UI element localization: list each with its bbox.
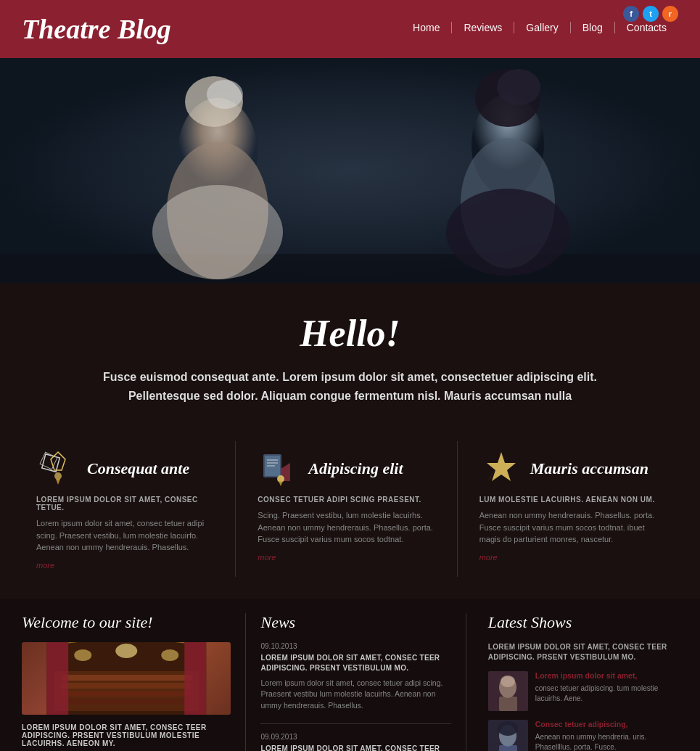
col-news: News 09.10.2013 LOREM IPSUM DOLOR SIT AM… bbox=[245, 613, 466, 751]
nav-gallery[interactable]: Gallery bbox=[514, 22, 570, 33]
feature-1-text: Lorem ipsum dolor sit amet, consec tetue… bbox=[36, 517, 221, 554]
feature-3-title: Mauris accumsan bbox=[530, 459, 648, 478]
main-nav: Home Reviews Gallery Blog Contacts bbox=[401, 22, 678, 33]
show-2-desc: Aenean non ummy hendreria. uris. Phasell… bbox=[535, 732, 678, 751]
star-icon bbox=[479, 448, 519, 488]
three-cols-section: Welcome to our site! bbox=[0, 599, 700, 751]
facebook-icon[interactable]: f bbox=[623, 6, 639, 22]
svg-point-36 bbox=[161, 649, 178, 661]
show-1-name: Lorem ipsum dolor sit amet, bbox=[535, 671, 678, 681]
news-item-1: 09.10.2013 LOREM IPSUM DOLOR SIT AMET, C… bbox=[260, 642, 450, 712]
svg-rect-1 bbox=[0, 58, 700, 283]
hero-banner bbox=[0, 58, 700, 283]
feature-3: Mauris accumsan LUM MOLESTIE LACUIRHS. A… bbox=[465, 441, 678, 577]
col-welcome-content-title: LOREM IPSUM DOLOR SIT AMET, CONSEC TEER … bbox=[22, 723, 231, 747]
svg-marker-26 bbox=[487, 452, 516, 481]
col-news-title: News bbox=[260, 613, 450, 632]
show-1-thumb bbox=[488, 671, 528, 711]
header-right: f t r Home Reviews Gallery Blog Contacts bbox=[401, 7, 678, 51]
header: Theatre Blog f t r Home Reviews Gallery … bbox=[0, 0, 700, 58]
rss-icon[interactable]: r bbox=[662, 6, 678, 22]
book-icon bbox=[258, 448, 297, 488]
show-2-info: Consec tetuer adipiscing, Aenean non umm… bbox=[535, 720, 678, 751]
svg-marker-15 bbox=[51, 452, 65, 470]
feature-2-text: Scing. Praesent vestibu, lum molestie la… bbox=[258, 509, 442, 546]
svg-rect-32 bbox=[61, 691, 192, 697]
feature-1: Consequat ante LOREM IPSUM DOLOR SIT AME… bbox=[22, 441, 236, 577]
svg-rect-37 bbox=[46, 642, 68, 715]
col-welcome: Welcome to our site! bbox=[22, 613, 231, 751]
feature-1-more[interactable]: more bbox=[36, 561, 221, 570]
hello-heading: Hello! bbox=[58, 312, 642, 355]
news-1-text: Lorem ipsum dolor sit amet, consec tetue… bbox=[260, 678, 450, 712]
welcome-text: Fusce euismod consequat ante. Lorem ipsu… bbox=[96, 368, 604, 405]
feature-1-title: Consequat ante bbox=[87, 459, 189, 478]
svg-rect-2 bbox=[0, 254, 700, 283]
news-divider bbox=[260, 723, 450, 724]
svg-point-5 bbox=[207, 80, 243, 109]
news-1-date: 09.10.2013 bbox=[260, 642, 450, 650]
svg-marker-25 bbox=[279, 481, 283, 486]
svg-rect-33 bbox=[61, 699, 192, 705]
news-2-title: LOREM IPSUM DOLOR SIT AMET, CONSEC TEER … bbox=[260, 744, 450, 751]
show-item-2: Consec tetuer adipiscing, Aenean non umm… bbox=[488, 720, 678, 751]
site-title: Theatre Blog bbox=[22, 13, 171, 45]
feature-2-title: Adipiscing elit bbox=[308, 459, 403, 478]
feature-2-header: Adipiscing elit bbox=[258, 448, 442, 488]
news-1-title: LOREM IPSUM DOLOR SIT AMET, CONSEC TEER … bbox=[260, 653, 450, 673]
col-shows: Latest Shows LOREM IPSUM DOLOR SIT AMET,… bbox=[481, 613, 678, 751]
svg-point-35 bbox=[115, 644, 137, 658]
svg-rect-30 bbox=[61, 675, 192, 681]
svg-point-16 bbox=[54, 472, 62, 480]
news-2-date: 09.09.2013 bbox=[260, 733, 450, 741]
svg-rect-31 bbox=[61, 683, 192, 689]
feature-3-text: Aenean non ummy hendrerauis. Phasellus. … bbox=[479, 509, 664, 546]
svg-point-45 bbox=[498, 721, 518, 736]
svg-point-41 bbox=[501, 676, 515, 687]
svg-rect-42 bbox=[499, 697, 517, 711]
col-welcome-title: Welcome to our site! bbox=[22, 613, 231, 632]
nav-contacts[interactable]: Contacts bbox=[615, 22, 678, 33]
svg-rect-46 bbox=[499, 745, 517, 751]
feature-1-subtitle: LOREM IPSUM DOLOR SIT AMET, CONSEC TETUE… bbox=[36, 496, 221, 512]
feature-3-header: Mauris accumsan bbox=[479, 448, 664, 488]
feature-1-header: Consequat ante bbox=[36, 448, 221, 488]
show-1-desc: consec tetuer adipiscing. tum molestie l… bbox=[535, 684, 678, 704]
svg-rect-38 bbox=[184, 642, 206, 715]
feature-2-subtitle: CONSEC TETUER ADIPI SCING PRAESENT. bbox=[258, 496, 442, 504]
nav-blog[interactable]: Blog bbox=[571, 22, 615, 33]
theatre-image bbox=[22, 642, 231, 715]
feature-2: Adipiscing elit CONSEC TETUER ADIPI SCIN… bbox=[243, 441, 457, 577]
welcome-section: Hello! Fusce euismod consequat ante. Lor… bbox=[0, 283, 700, 427]
show-2-name: Consec tetuer adipiscing, bbox=[535, 720, 678, 730]
feature-3-subtitle: LUM MOLESTIE LACUIRHS. AENEAN NON UM. bbox=[479, 496, 664, 504]
nav-home[interactable]: Home bbox=[401, 22, 452, 33]
nav-reviews[interactable]: Reviews bbox=[452, 22, 514, 33]
shows-intro: LOREM IPSUM DOLOR SIT AMET, CONSEC TEER … bbox=[488, 642, 678, 662]
twitter-icon[interactable]: t bbox=[643, 6, 659, 22]
show-1-info: Lorem ipsum dolor sit amet, consec tetue… bbox=[535, 671, 678, 705]
news-item-2: 09.09.2013 LOREM IPSUM DOLOR SIT AMET, C… bbox=[260, 733, 450, 751]
svg-point-34 bbox=[74, 649, 91, 661]
feature-3-more[interactable]: more bbox=[479, 553, 664, 562]
social-icons: f t r bbox=[623, 6, 678, 22]
diamond-icon bbox=[36, 448, 76, 488]
col-shows-title: Latest Shows bbox=[488, 613, 678, 632]
feature-2-more[interactable]: more bbox=[258, 553, 442, 562]
svg-point-7 bbox=[152, 185, 283, 279]
show-item-1: Lorem ipsum dolor sit amet, consec tetue… bbox=[488, 671, 678, 711]
svg-marker-17 bbox=[56, 479, 60, 485]
svg-point-10 bbox=[497, 69, 540, 105]
svg-point-12 bbox=[446, 189, 569, 276]
features-section: Consequat ante LOREM IPSUM DOLOR SIT AME… bbox=[0, 427, 700, 599]
show-2-thumb bbox=[488, 720, 528, 751]
